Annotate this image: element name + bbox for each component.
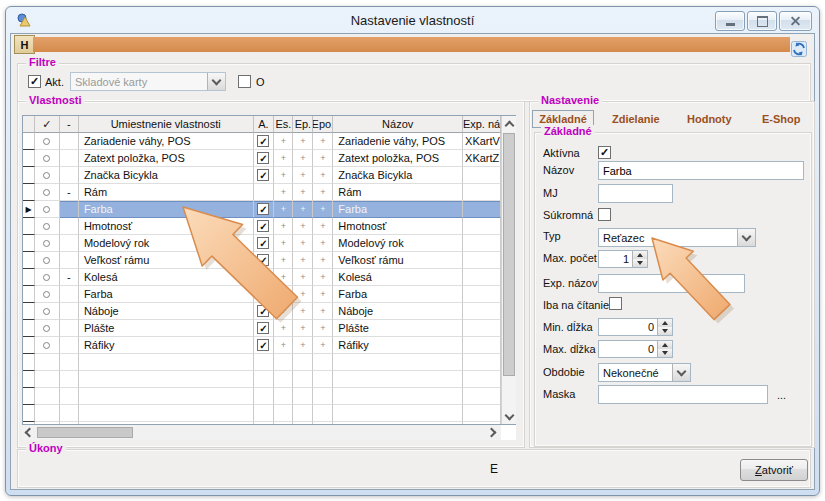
table-row[interactable]: -Kolesá+++Kolesá	[23, 269, 501, 286]
scroll-right-button[interactable]	[484, 425, 499, 440]
table-row[interactable]: -Rám+++Rám	[23, 184, 501, 201]
row-active-checkbox[interactable]: ✓	[257, 169, 269, 181]
filters-group-label: Filtre	[26, 56, 59, 68]
row-active-checkbox[interactable]: ✓	[257, 220, 269, 232]
row-state-cell	[35, 235, 60, 252]
title-bar[interactable]: Nastavenie vlastností	[6, 7, 819, 33]
nazov-input[interactable]	[598, 161, 804, 180]
o-checkbox[interactable]	[238, 75, 251, 88]
row-active-checkbox[interactable]: ✓	[257, 322, 269, 334]
spin-down-button[interactable]	[658, 327, 672, 335]
aktivna-checkbox[interactable]: ✓	[598, 146, 611, 159]
scroll-left-button[interactable]	[22, 425, 37, 440]
row-active-checkbox[interactable]: ✓	[257, 254, 269, 266]
maska-label: Maska	[543, 388, 575, 400]
row-active-checkbox[interactable]: ✓	[257, 305, 269, 317]
spin-up-button[interactable]	[658, 319, 672, 327]
umiestnenie-cell: Rám	[79, 184, 254, 201]
table-header[interactable]: ✓-Umiestnenie vlastnostiA.Es.Ep.Epo.Názo…	[23, 116, 501, 133]
active-checkbox-cell: ✓	[254, 337, 275, 354]
horizontal-scrollbar-thumb[interactable]	[37, 427, 133, 438]
horizontal-scrollbar[interactable]	[22, 425, 516, 440]
scrollbar-corner	[501, 425, 516, 440]
table-row[interactable]: Veľkosť rámu✓+++Veľkosť rámu	[23, 252, 501, 269]
spin-down-button[interactable]	[658, 349, 672, 357]
exp-nazov-input[interactable]	[598, 274, 745, 293]
group-mark-cell	[60, 133, 79, 150]
iba-na-citanie-checkbox[interactable]	[609, 297, 622, 310]
row-active-checkbox[interactable]: ✓	[257, 203, 269, 215]
empty-cell	[293, 354, 313, 371]
table-row[interactable]: Plášte✓+++Plášte	[23, 320, 501, 337]
spin-up-button[interactable]	[633, 251, 647, 259]
row-active-checkbox[interactable]: ✓	[257, 339, 269, 351]
tab-zdielanie[interactable]: Zdielanie	[612, 113, 660, 125]
h-toolbar-button[interactable]: H	[14, 35, 35, 54]
window-title: Nastavenie vlastností	[6, 13, 819, 28]
row-active-checkbox[interactable]: ✓	[257, 135, 269, 147]
obdobie-label: Obdobie	[543, 366, 585, 378]
scroll-up-button[interactable]	[502, 116, 517, 132]
table-body: ✓-Umiestnenie vlastnostiA.Es.Ep.Epo.Názo…	[23, 116, 501, 424]
window-controls	[715, 11, 812, 31]
table-row[interactable]: Zariadenie váhy, POS✓+++Zariadenie váhy,…	[23, 133, 501, 150]
obdobie-dropdown-button[interactable]	[672, 364, 690, 381]
table-row[interactable]: Modelový rok✓+++Modelový rok	[23, 235, 501, 252]
min-dlzka-spinner[interactable]: 0	[598, 318, 673, 336]
umiestnenie-cell: Zatext položka, POS	[79, 150, 254, 167]
close-button[interactable]	[779, 11, 812, 31]
category-dropdown-button[interactable]	[207, 73, 225, 90]
table-row[interactable]: Farba✓+++Farba	[23, 286, 501, 303]
maska-more-button[interactable]: ...	[777, 389, 786, 401]
empty-cell	[79, 371, 254, 388]
sukromna-checkbox[interactable]	[598, 208, 611, 221]
spin-down-button[interactable]	[633, 259, 647, 267]
empty-cell	[463, 388, 501, 405]
nazov-cell: Ráfiky	[333, 337, 463, 354]
table-row[interactable]: Ráfiky✓+++Ráfiky	[23, 337, 501, 354]
typ-combobox[interactable]: Reťazec	[598, 228, 756, 247]
table-row[interactable]: Značka Bicykla✓+++Značka Bicykla	[23, 167, 501, 184]
exp-cell	[463, 167, 501, 184]
table-row[interactable]: Hmotnosť✓+++Hmotnosť	[23, 218, 501, 235]
iba-na-citanie-label: Iba na čítanie	[543, 299, 609, 311]
ep-cell: +	[293, 286, 313, 303]
tab-eshop[interactable]: E-Shop	[762, 113, 801, 125]
mj-input[interactable]	[598, 184, 673, 203]
max-pocet-spinner[interactable]: 1	[598, 250, 648, 268]
table-row[interactable]: Náboje✓+++Náboje	[23, 303, 501, 320]
empty-cell	[254, 405, 275, 422]
maska-input[interactable]	[598, 385, 768, 404]
scroll-down-button[interactable]	[502, 408, 517, 424]
group-mark-cell: -	[60, 269, 79, 286]
empty-cell	[274, 388, 293, 405]
akt-checkbox[interactable]: ✓	[28, 75, 41, 88]
es-cell: +	[274, 218, 293, 235]
vertical-scrollbar[interactable]	[501, 116, 516, 424]
table-row[interactable]: Zatext položka, POS✓+++Zatext položka, P…	[23, 150, 501, 167]
minimize-button[interactable]	[715, 11, 745, 31]
nazov-cell: Náboje	[333, 303, 463, 320]
row-active-checkbox[interactable]: ✓	[257, 152, 269, 164]
typ-dropdown-button[interactable]	[737, 229, 755, 246]
close-dialog-button[interactable]: Zatvoriť	[740, 459, 808, 481]
basic-section: Základné Aktívna ✓ Názov MJ Súkromná Typ…	[534, 132, 812, 447]
empty-cell	[463, 371, 501, 388]
max-dlzka-spinner[interactable]: 0	[598, 340, 673, 358]
active-checkbox-cell: ✓	[254, 286, 275, 303]
empty-cell	[333, 354, 463, 371]
ep-cell: +	[293, 167, 313, 184]
obdobie-combobox[interactable]: Nekonečné	[598, 363, 691, 382]
maximize-button[interactable]	[747, 11, 777, 31]
table-row[interactable]: ▶Farba✓+++Farba	[23, 201, 501, 218]
row-active-checkbox[interactable]: ✓	[257, 288, 269, 300]
tab-hodnoty[interactable]: Hodnoty	[687, 113, 732, 125]
vertical-scrollbar-thumb[interactable]	[503, 133, 515, 376]
refresh-icon[interactable]	[791, 41, 807, 57]
row-active-checkbox[interactable]: ✓	[257, 237, 269, 249]
empty-cell	[254, 354, 275, 371]
epo-cell: +	[313, 218, 333, 235]
akt-label: Akt.	[45, 76, 64, 88]
category-combobox[interactable]: Skladové karty	[70, 72, 226, 91]
spin-up-button[interactable]	[658, 341, 672, 349]
